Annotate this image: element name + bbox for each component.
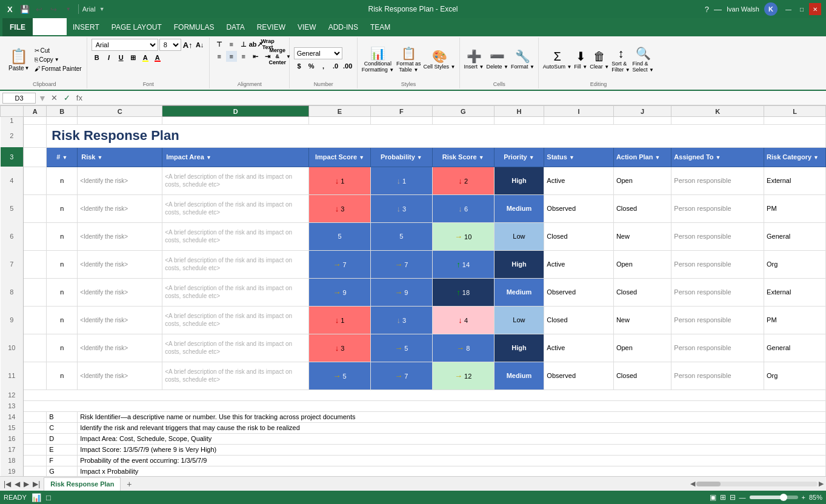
cell-a8[interactable]	[24, 278, 47, 306]
cell-g7[interactable]: ↑ 14	[432, 250, 494, 278]
cell-d9[interactable]: <A brief description of the risk and its…	[162, 306, 309, 334]
format-btn[interactable]: 🔧 Format ▼	[511, 49, 535, 70]
menu-team[interactable]: TEAM	[364, 18, 396, 36]
cell-a3[interactable]	[24, 147, 47, 167]
cell-i9[interactable]: Closed	[544, 306, 614, 334]
paste-btn[interactable]: 📋 Paste▼	[6, 39, 32, 80]
cell-c9[interactable]: <Identify the risk>	[78, 306, 162, 334]
cell-g5[interactable]: ↓ 6	[432, 194, 494, 222]
cell-a16[interactable]	[24, 433, 47, 444]
cell-f9[interactable]: ↓ 3	[370, 306, 432, 334]
find-select-btn[interactable]: 🔍 Find &Select ▼	[633, 46, 654, 73]
customize-qat-btn[interactable]: ▼	[62, 3, 75, 15]
cell-j5[interactable]: Closed	[613, 194, 671, 222]
cell-e9[interactable]: ↓ 1	[309, 306, 371, 334]
cell-b9[interactable]: n	[47, 306, 78, 334]
insert-btn[interactable]: ➕ Insert ▼	[464, 49, 484, 70]
zoom-slider-thumb[interactable]	[780, 494, 787, 501]
cell-a15[interactable]	[24, 422, 47, 433]
cell-c10[interactable]: <Identify the risk>	[78, 334, 162, 362]
header-priority[interactable]: Priority ▼	[494, 147, 544, 167]
fill-btn[interactable]: ⬇ Fill ▼	[574, 49, 587, 70]
left-align-btn[interactable]: ≡	[214, 51, 225, 62]
cell-l7[interactable]: Org	[764, 250, 826, 278]
cell-j9[interactable]: New	[613, 306, 671, 334]
cell-row12[interactable]	[24, 390, 826, 400]
cell-l1[interactable]	[764, 117, 826, 125]
underline-btn[interactable]: U	[116, 52, 127, 63]
scroll-right-btn[interactable]: ▶	[819, 480, 824, 488]
cell-c6[interactable]: <Identify the risk>	[78, 222, 162, 250]
cell-j11[interactable]: Closed	[613, 362, 671, 390]
formula-input[interactable]	[87, 93, 824, 104]
zoom-slider[interactable]	[750, 496, 798, 499]
clear-btn[interactable]: 🗑 Clear ▼	[590, 50, 609, 70]
decimal-dec-btn[interactable]: .00	[342, 61, 353, 71]
menu-page-layout[interactable]: PAGE LAYOUT	[105, 18, 168, 36]
zoom-decrease-btn[interactable]: —	[739, 494, 746, 501]
zoom-increase-btn[interactable]: +	[802, 494, 805, 501]
delete-btn[interactable]: ➖ Delete ▼	[486, 49, 508, 70]
add-sheet-btn[interactable]: +	[123, 478, 135, 490]
indent-dec-btn[interactable]: ⇤	[250, 51, 261, 62]
cell-g11[interactable]: → 12	[432, 362, 494, 390]
autosum-btn[interactable]: Σ AutoSum ▼	[543, 50, 571, 70]
cell-i6[interactable]: Closed	[544, 222, 614, 250]
minimize-btn[interactable]: —	[782, 3, 794, 15]
cell-b14[interactable]: B	[47, 411, 78, 422]
cell-d11[interactable]: <A brief description of the risk and its…	[162, 362, 309, 390]
cell-c1[interactable]	[78, 117, 162, 125]
number-format-select[interactable]: General	[294, 47, 342, 59]
cell-k8[interactable]: Person responsible	[671, 278, 764, 306]
cell-c8[interactable]: <Identify the risk>	[78, 278, 162, 306]
user-avatar[interactable]: K	[764, 2, 778, 16]
filter-icon-prob[interactable]: ▼	[417, 154, 422, 161]
filter-icon-score[interactable]: ▼	[359, 154, 364, 161]
cell-k11[interactable]: Person responsible	[671, 362, 764, 390]
cell-a1[interactable]	[24, 117, 47, 125]
cell-e10[interactable]: ↓ 3	[309, 334, 371, 362]
cell-l8[interactable]: External	[764, 278, 826, 306]
scroll-left-btn[interactable]: ◀	[690, 480, 695, 488]
col-header-j[interactable]: J	[613, 106, 671, 117]
font-color-btn[interactable]: A	[152, 52, 163, 63]
cell-k9[interactable]: Person responsible	[671, 306, 764, 334]
fill-color-btn[interactable]: A	[140, 52, 151, 63]
header-risk-score[interactable]: Risk Score ▼	[432, 147, 494, 167]
cell-a17[interactable]	[24, 444, 47, 455]
cell-b19[interactable]: G	[47, 466, 78, 476]
cell-l11[interactable]: Org	[764, 362, 826, 390]
cell-h11[interactable]: Medium	[494, 362, 544, 390]
filter-icon-status[interactable]: ▼	[569, 154, 575, 161]
sheet-first-btn[interactable]: |◀	[2, 480, 12, 488]
view-page-layout-btn[interactable]: ⊞	[720, 493, 726, 502]
cell-f1[interactable]	[370, 117, 432, 125]
border-btn[interactable]: ⊞	[128, 52, 139, 63]
cell-j4[interactable]: Open	[613, 167, 671, 194]
cell-a19[interactable]	[24, 466, 47, 476]
cell-i10[interactable]: Active	[544, 334, 614, 362]
cell-b16[interactable]: D	[47, 433, 78, 444]
cell-e4[interactable]: ↓ 1	[309, 167, 371, 194]
cell-f5[interactable]: ↓ 3	[370, 194, 432, 222]
header-num[interactable]: # ▼	[47, 147, 78, 167]
cell-i5[interactable]: Observed	[544, 194, 614, 222]
center-align-btn[interactable]: ≡	[226, 51, 237, 62]
cell-f10[interactable]: → 5	[370, 334, 432, 362]
cell-d6[interactable]: <A brief description of the risk and its…	[162, 222, 309, 250]
cut-btn[interactable]: ✂ Cut	[33, 47, 83, 55]
cell-k5[interactable]: Person responsible	[671, 194, 764, 222]
cell-b4[interactable]: n	[47, 167, 78, 194]
cell-h10[interactable]: High	[494, 334, 544, 362]
cell-g4[interactable]: ↓ 2	[432, 167, 494, 194]
sheet-tab-active[interactable]: Risk Response Plan	[44, 477, 121, 491]
h-scroll-track[interactable]	[696, 482, 818, 486]
cell-b18[interactable]: F	[47, 455, 78, 466]
cell-l10[interactable]: General	[764, 334, 826, 362]
cell-i4[interactable]: Active	[544, 167, 614, 194]
view-page-break-btn[interactable]: ⊟	[730, 493, 736, 502]
confirm-formula-btn[interactable]: ✓	[62, 93, 72, 102]
cell-b5[interactable]: n	[47, 194, 78, 222]
cell-l5[interactable]: PM	[764, 194, 826, 222]
cell-j1[interactable]	[613, 117, 671, 125]
